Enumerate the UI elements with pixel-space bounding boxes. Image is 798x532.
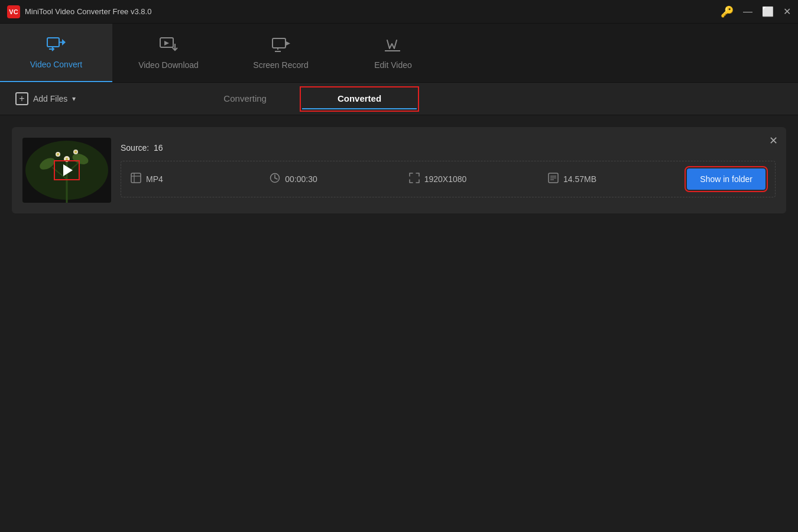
- tab-video-convert-label: Video Convert: [30, 60, 82, 69]
- format-icon: [131, 173, 141, 186]
- app-logo: VC: [7, 5, 20, 18]
- meta-row: MP4 00:00:30: [121, 161, 776, 197]
- duration-value: 00:00:30: [285, 174, 317, 184]
- close-card-button[interactable]: ✕: [769, 135, 778, 146]
- svg-point-24: [74, 151, 77, 153]
- svg-point-23: [57, 153, 59, 155]
- title-bar: VC MiniTool Video Converter Free v3.8.0 …: [0, 0, 798, 24]
- title-bar-controls: 🔑 — ⬜ ✕: [721, 5, 791, 18]
- file-card: Source: 16 MP4: [12, 127, 786, 213]
- source-label: Source:: [121, 143, 149, 153]
- tab-edit-video-label: Edit Video: [374, 60, 412, 70]
- source-number: 16: [154, 143, 163, 153]
- svg-marker-5: [164, 41, 169, 46]
- edit-video-icon: [384, 37, 403, 56]
- maximize-button[interactable]: ⬜: [762, 6, 774, 17]
- video-convert-icon: [47, 36, 66, 55]
- format-value: MP4: [146, 174, 163, 184]
- file-info: Source: 16 MP4: [121, 143, 776, 197]
- app-title: MiniTool Video Converter Free v3.8.0: [25, 7, 151, 16]
- video-thumbnail: [22, 138, 111, 203]
- filesize-item: 14.57MB: [548, 173, 687, 186]
- content-area: Source: 16 MP4: [0, 115, 798, 532]
- source-line: Source: 16: [121, 143, 776, 153]
- key-icon[interactable]: 🔑: [721, 5, 734, 18]
- svg-line-30: [275, 178, 277, 179]
- duration-item: 00:00:30: [270, 173, 408, 186]
- show-in-folder-button[interactable]: Show in folder: [687, 168, 765, 190]
- resolution-value: 1920X1080: [424, 174, 467, 184]
- filesize-value: 14.57MB: [563, 174, 596, 184]
- tab-video-download[interactable]: Video Download: [112, 24, 225, 82]
- svg-rect-25: [131, 173, 141, 183]
- duration-icon: [270, 173, 280, 186]
- play-icon: [63, 164, 73, 176]
- resolution-icon: [409, 173, 420, 186]
- nav-bar: Video Convert Video Download Screen Reco…: [0, 24, 798, 83]
- svg-marker-8: [286, 41, 290, 46]
- play-button[interactable]: [54, 160, 80, 180]
- dropdown-arrow-icon: ▾: [72, 95, 76, 103]
- tab-video-convert[interactable]: Video Convert: [0, 24, 112, 82]
- tab-converted[interactable]: Converted: [302, 89, 417, 109]
- tab-edit-video[interactable]: Edit Video: [337, 24, 449, 82]
- toolbar: + Add Files ▾ Converting Converted: [0, 83, 798, 115]
- tab-video-download-label: Video Download: [138, 60, 199, 70]
- filesize-icon: [548, 173, 559, 186]
- tab-screen-record[interactable]: Screen Record: [225, 24, 337, 82]
- toolbar-tabs: Converting Converted: [188, 89, 417, 109]
- format-item: MP4: [131, 173, 270, 186]
- tab-converting[interactable]: Converting: [188, 89, 302, 109]
- add-files-label: Add Files: [33, 94, 67, 103]
- add-files-icon: +: [15, 92, 28, 105]
- close-button[interactable]: ✕: [783, 6, 791, 17]
- screen-record-icon: [271, 37, 290, 56]
- minimize-button[interactable]: —: [743, 7, 752, 17]
- video-download-icon: [159, 37, 178, 56]
- svg-rect-7: [273, 38, 286, 48]
- add-files-button[interactable]: + Add Files ▾: [9, 89, 82, 109]
- svg-rect-0: [47, 38, 59, 47]
- tab-screen-record-label: Screen Record: [253, 60, 308, 70]
- resolution-item: 1920X1080: [409, 173, 548, 186]
- title-bar-left: VC MiniTool Video Converter Free v3.8.0: [7, 5, 151, 18]
